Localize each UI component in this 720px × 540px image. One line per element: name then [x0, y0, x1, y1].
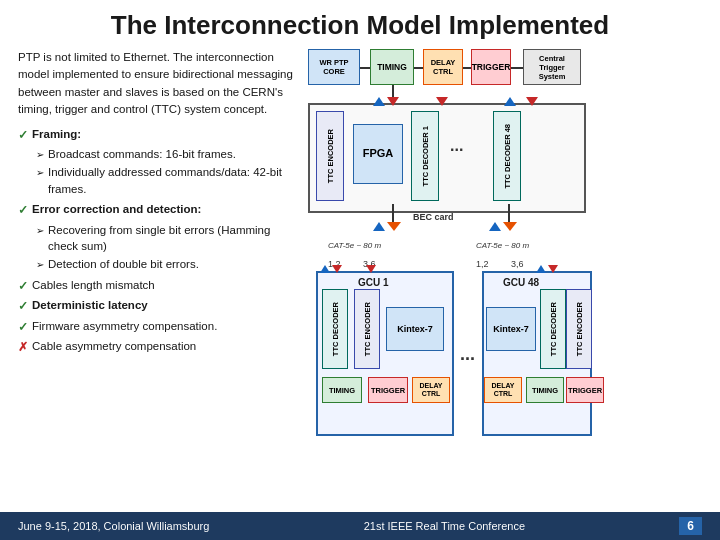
arrow-icon-2: ➢ — [36, 166, 44, 181]
sub-individually: ➢ Individually addressed commands/data: … — [36, 164, 298, 197]
timing-gcu1-label: TIMING — [329, 386, 355, 395]
sub-recovering: ➢ Recovering from single bit errors (Ham… — [36, 222, 298, 255]
delay-ctrl-gcu48-label: DELAY CTRL — [491, 382, 514, 399]
arrow-gcu1-down1 — [332, 265, 342, 273]
ttc-decoder1-box: TTC DECODER 1 — [411, 111, 439, 201]
sub-detection: ➢ Detection of double bit errors. — [36, 256, 298, 273]
bec-card-area — [308, 103, 586, 213]
ttc-encoder-gcu48-label: TTC ENCODER — [575, 302, 584, 356]
kintex7-gcu48-label: Kintex-7 — [493, 324, 529, 335]
check-icon-5: ✓ — [18, 319, 28, 336]
arrow-bec-up2 — [489, 222, 501, 231]
wr-ptp-core-box: WR PTP CORE — [308, 49, 360, 85]
arrow-icon: ➢ — [36, 148, 44, 163]
trigger-top-label: TRIGGER — [472, 62, 511, 72]
arrow-bec-up1 — [373, 222, 385, 231]
top-connect-line — [360, 67, 370, 69]
individually-label: Individually addressed commands/data: 42… — [48, 164, 298, 197]
delay-ctrl-gcu1-box: DELAY CTRL — [412, 377, 450, 403]
bullet-deterministic: ✓ Deterministic latency — [18, 297, 298, 315]
arrow-delay-down — [436, 97, 448, 106]
ttc-decoder-gcu1-box: TTC DECODER — [322, 289, 348, 369]
ttc-decoder-gcu1-label: TTC DECODER — [331, 302, 340, 356]
detection-label: Detection of double bit errors. — [48, 256, 199, 273]
kintex7-gcu1-label: Kintex-7 — [397, 324, 433, 335]
gcu1-label: GCU 1 — [358, 277, 389, 288]
timing-top-box: TIMING — [370, 49, 414, 85]
wr-ptp-core-label: WR PTP CORE — [319, 58, 348, 76]
footer-bar: June 9-15, 2018, Colonial Williamsburg 2… — [0, 512, 720, 540]
check-icon: ✓ — [18, 127, 28, 144]
ttc-decoder-gcu48-box: TTC DECODER — [540, 289, 566, 369]
central-trigger-box: Central Trigger System — [523, 49, 581, 85]
ports-12-2: 1,2 — [476, 259, 489, 269]
cat5e-label-1: CAT-5e ~ 80 m — [328, 241, 381, 250]
timing-gcu48-box: TIMING — [526, 377, 564, 403]
bullet-error: ✓ Error correction and detection: ➢ Reco… — [18, 201, 298, 272]
bullet-cables: ✓ Cables length mismatch — [18, 277, 298, 295]
top-connect-line4 — [511, 67, 523, 69]
page-number: 6 — [679, 517, 702, 535]
central-trigger-label: Central Trigger System — [539, 54, 566, 81]
fpga-box: FPGA — [353, 124, 403, 184]
timing-gcu1-box: TIMING — [322, 377, 362, 403]
intro-text: PTP is not limited to Ethernet. The inte… — [18, 49, 298, 118]
trigger-gcu1-box: TRIGGER — [368, 377, 408, 403]
top-connect-line3 — [463, 67, 471, 69]
recovering-label: Recovering from single bit errors (Hammi… — [48, 222, 298, 255]
gcu48-label: GCU 48 — [503, 277, 539, 288]
ttc-encoder-label: TTC ENCODER — [326, 129, 335, 183]
arrow-gcu48-down1 — [548, 265, 558, 273]
bullet-framing: ✓ Framing: ➢ Broadcast commands: 16-bit … — [18, 126, 298, 197]
deterministic-label: Deterministic latency — [32, 297, 148, 314]
arrow-timing-down — [387, 97, 399, 106]
ttc-decoder-gcu48-label: TTC DECODER — [549, 302, 558, 356]
content-area: PTP is not limited to Ethernet. The inte… — [18, 49, 702, 509]
timing-gcu48-label: TIMING — [532, 386, 558, 395]
delay-ctrl-top-box: DELAY CTRL — [423, 49, 463, 85]
check-icon-2: ✓ — [18, 202, 28, 219]
cables-label: Cables length mismatch — [32, 277, 155, 294]
arrow-bec-down2 — [503, 222, 517, 231]
arrow-gcu1-up1 — [320, 265, 330, 273]
left-panel: PTP is not limited to Ethernet. The inte… — [18, 49, 298, 509]
timing-top-label: TIMING — [377, 62, 407, 72]
arrow-up-1 — [373, 97, 385, 106]
arrow-trigger-down — [526, 97, 538, 106]
trigger-gcu48-label: TRIGGER — [568, 386, 602, 395]
slide: The Interconnection Model Implemented PT… — [0, 0, 720, 540]
cat5e-label-2: CAT-5e ~ 80 m — [476, 241, 529, 250]
check-icon-3: ✓ — [18, 278, 28, 295]
error-subs: ➢ Recovering from single bit errors (Ham… — [36, 222, 298, 273]
fpga-label: FPGA — [363, 147, 394, 160]
framing-label: Framing: — [32, 126, 81, 143]
arrow-gcu1-down2 — [366, 265, 376, 273]
bec-card-label: BEC card — [413, 212, 454, 222]
kintex7-gcu1-box: Kintex-7 — [386, 307, 444, 351]
ports-36-2: 3,6 — [511, 259, 524, 269]
cross-icon: ✗ — [18, 339, 28, 356]
delay-ctrl-top-label: DELAY CTRL — [431, 58, 456, 76]
kintex7-gcu48-box: Kintex-7 — [486, 307, 536, 351]
bullet-cable-asym: ✗ Cable asymmetry compensation — [18, 338, 298, 356]
bullet-framing-main: ✓ Framing: — [18, 126, 298, 144]
ttc-encoder-gcu1-box: TTC ENCODER — [354, 289, 380, 369]
dots-middle: ... — [450, 137, 463, 155]
ttc-encoder-box: TTC ENCODER — [316, 111, 344, 201]
arrow-icon-4: ➢ — [36, 258, 44, 273]
error-label: Error correction and detection: — [32, 201, 201, 218]
arrow-up-2 — [504, 97, 516, 106]
delay-ctrl-gcu1-label: DELAY CTRL — [419, 382, 442, 399]
ttc-encoder-gcu48-box: TTC ENCODER — [566, 289, 592, 369]
ttc-encoder-gcu1-label: TTC ENCODER — [363, 302, 372, 356]
bullet-firmware: ✓ Firmware asymmetry compensation. — [18, 318, 298, 336]
delay-ctrl-gcu48-box: DELAY CTRL — [484, 377, 522, 403]
footer-left: June 9-15, 2018, Colonial Williamsburg — [18, 520, 209, 532]
slide-title: The Interconnection Model Implemented — [18, 10, 702, 41]
sub-broadcast: ➢ Broadcast commands: 16-bit frames. — [36, 146, 298, 163]
cable-asym-label: Cable asymmetry compensation — [32, 338, 196, 355]
trigger-gcu1-label: TRIGGER — [371, 386, 405, 395]
ttc-decoder48-box: TTC DECODER 48 — [493, 111, 521, 201]
trigger-top-box: TRIGGER — [471, 49, 511, 85]
top-connect-line2 — [414, 67, 423, 69]
